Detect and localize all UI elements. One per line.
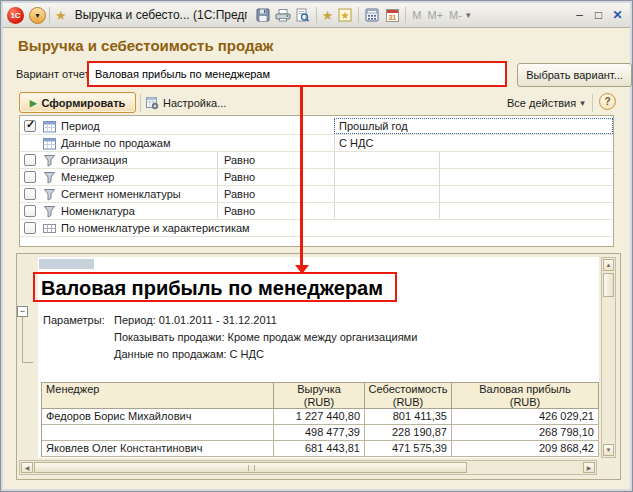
settings-icon <box>146 97 159 110</box>
filter-name: По номенклатуре и характеристикам <box>61 222 250 234</box>
save-icon[interactable] <box>254 7 272 24</box>
nomenclature-checkbox[interactable] <box>24 205 36 217</box>
filter-value[interactable]: Прошлый год <box>334 118 613 134</box>
group-tree-line <box>22 317 23 362</box>
separator <box>140 94 141 112</box>
manager-checkbox[interactable] <box>24 171 36 183</box>
memory-mminus-button[interactable]: M- <box>449 9 462 21</box>
toolbar-overflow-icon[interactable]: ▾ <box>466 10 471 20</box>
filter-row-characteristics[interactable]: По номенклатуре и характеристикам <box>20 220 613 237</box>
annotation-arrow-line <box>300 87 303 266</box>
print-preview-icon[interactable] <box>294 7 312 24</box>
cell-profit: 209 868,42 <box>452 441 599 457</box>
favorites-list-icon[interactable]: ★ <box>336 7 354 24</box>
filter-condition[interactable]: Равно <box>217 186 334 202</box>
left-icon: ◀ <box>25 464 30 471</box>
column-header-revenue: Выручка(RUB) <box>274 383 365 409</box>
down-icon: ▼ <box>606 447 612 453</box>
up-icon: ▲ <box>606 262 612 268</box>
vertical-scroll-thumb[interactable] <box>603 273 614 297</box>
choose-variant-label: Выбрать вариант... <box>526 69 623 81</box>
scroll-up-button[interactable]: ▲ <box>603 259 614 271</box>
1c-logo-icon[interactable]: 1С <box>7 7 24 24</box>
check-icon: ✓ <box>26 118 35 131</box>
annotation-red-box <box>87 61 507 87</box>
cell-cursor <box>39 259 94 269</box>
horizontal-scroll-thumb[interactable] <box>34 462 467 473</box>
print-icon[interactable] <box>274 7 292 24</box>
param-period: Период: 01.01.2011 - 31.12.2011 <box>114 314 277 329</box>
characteristics-checkbox[interactable] <box>24 222 36 234</box>
filter-value[interactable] <box>334 203 439 219</box>
scroll-down-button[interactable]: ▼ <box>603 444 614 456</box>
group-tree-line <box>22 362 33 363</box>
settings-button[interactable]: Настройка... <box>146 94 226 112</box>
filter-name: Организация <box>61 154 127 166</box>
filter-value-extra[interactable] <box>439 186 613 202</box>
separator <box>316 7 317 23</box>
filter-condition[interactable]: Равно <box>217 152 334 168</box>
calendar-icon <box>43 120 56 133</box>
param-show-sales: Показывать продажи: Кроме продаж между о… <box>114 331 417 346</box>
horizontal-scrollbar[interactable]: ◀ ▶ <box>19 460 597 475</box>
collapse-group-button[interactable]: − <box>17 306 28 317</box>
filter-table: ✓ Период Прошлый год Данные по продажам … <box>19 115 614 247</box>
application-window: 1С ▾ ★ Выручка и себесто... (1С:Предприя… <box>0 0 633 492</box>
filter-name: Номенклатура <box>61 205 135 217</box>
organization-checkbox[interactable] <box>24 154 36 166</box>
filter-value[interactable] <box>334 169 439 185</box>
cell-cost: 228 190,87 <box>365 425 452 441</box>
favorites-star-icon[interactable]: ★ <box>55 8 67 23</box>
system-menu-dropdown-icon[interactable]: ▾ <box>29 7 46 24</box>
right-icon: ▶ <box>587 464 592 471</box>
filter-row-sales-data[interactable]: Данные по продажам С НДС <box>20 135 613 152</box>
window-title: Выручка и себесто... (1С:Предприятие) <box>75 8 247 22</box>
segment-checkbox[interactable] <box>24 188 36 200</box>
filter-condition[interactable]: Равно <box>217 169 334 185</box>
calendar-icon[interactable]: 31 <box>383 7 401 24</box>
cell-revenue: 498 477,39 <box>274 425 365 441</box>
minimize-button[interactable]: – <box>571 7 588 23</box>
filter-value-extra[interactable] <box>439 203 613 219</box>
vertical-scrollbar[interactable]: ▲ ▼ <box>601 257 616 458</box>
filter-value-extra[interactable] <box>439 152 613 168</box>
choose-variant-button[interactable]: Выбрать вариант... <box>517 63 632 87</box>
calendar-icon <box>43 137 56 150</box>
calculator-icon[interactable] <box>363 7 381 24</box>
filter-name: Менеджер <box>61 171 114 183</box>
funnel-icon <box>43 188 56 201</box>
filter-value-extra[interactable] <box>439 169 613 185</box>
param-sales-data: Данные по продажам: С НДС <box>114 348 264 363</box>
cell-cost: 801 411,35 <box>365 409 452 425</box>
filter-row-period[interactable]: ✓ Период Прошлый год <box>20 118 613 135</box>
scroll-right-button[interactable]: ▶ <box>583 462 595 473</box>
annotation-arrow-head <box>295 265 309 274</box>
close-button[interactable]: ✕ <box>609 7 626 23</box>
filter-value[interactable] <box>334 186 439 202</box>
filter-row-manager[interactable]: Менеджер Равно <box>20 169 613 186</box>
filter-row-organization[interactable]: Организация Равно <box>20 152 613 169</box>
memory-m-button[interactable]: M <box>412 9 421 21</box>
help-button[interactable]: ? <box>599 93 616 110</box>
period-checkbox[interactable]: ✓ <box>24 120 36 132</box>
cell-profit: 426 029,21 <box>452 409 599 425</box>
filter-row-segment[interactable]: Сегмент номенклатуры Равно <box>20 186 613 203</box>
scroll-left-button[interactable]: ◀ <box>21 462 33 473</box>
variant-input[interactable] <box>89 63 505 85</box>
filter-value[interactable] <box>334 152 439 168</box>
thumb-grip <box>248 465 255 471</box>
annotation-red-box <box>33 272 397 302</box>
separator <box>405 7 406 23</box>
all-actions-button[interactable]: Все действия ▾ <box>507 94 585 112</box>
filter-condition[interactable]: Равно <box>217 203 334 219</box>
filter-value[interactable]: С НДС <box>334 135 613 151</box>
memory-mplus-button[interactable]: M+ <box>427 9 443 21</box>
add-favorite-star-icon[interactable]: ★ <box>322 8 334 23</box>
settings-label: Настройка... <box>163 97 226 109</box>
filter-row-nomenclature[interactable]: Номенклатура Равно <box>20 203 613 220</box>
separator <box>49 7 50 23</box>
params-label: Параметры: <box>43 314 105 329</box>
maximize-button[interactable]: □ <box>590 7 607 23</box>
filter-name: Данные по продажам <box>61 137 170 149</box>
generate-button[interactable]: ▶ Сформировать <box>19 92 136 113</box>
